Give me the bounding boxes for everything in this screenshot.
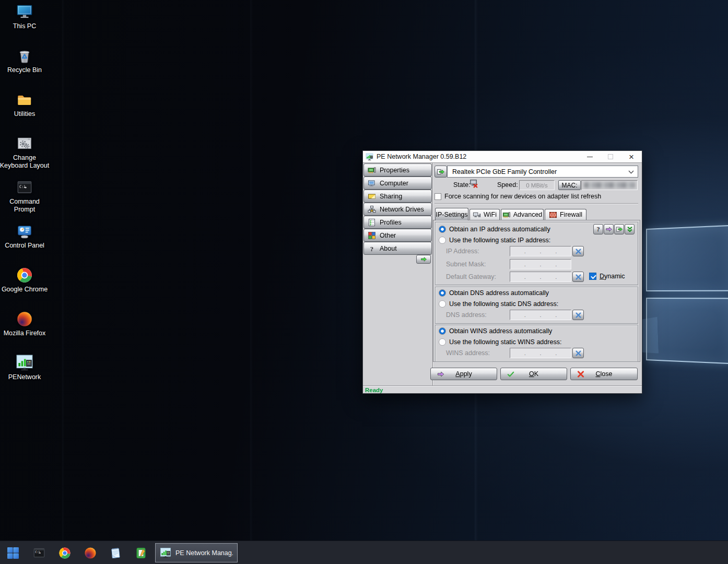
- tab-wifi[interactable]: WiFi: [469, 209, 500, 220]
- this-pc-icon: [16, 3, 33, 21]
- taskbar-chrome[interactable]: [57, 546, 72, 560]
- speed-label: Speed:: [497, 181, 518, 189]
- desktop-icon-control-panel[interactable]: Control Panel: [0, 222, 51, 250]
- wins-group: Obtain WINS address automatically Use th…: [435, 325, 638, 362]
- adapter-select[interactable]: Realtek PCIe GbE Family Controller: [447, 166, 638, 178]
- minimize-icon: [587, 157, 593, 157]
- dns-address-input[interactable]: ...: [510, 310, 571, 320]
- close-icon: ×: [629, 152, 634, 161]
- clear-ip-button[interactable]: [572, 246, 584, 256]
- sidebar-item-properties[interactable]: Properties: [363, 163, 432, 177]
- taskbar-firefox[interactable]: [83, 546, 98, 560]
- ip-address-input[interactable]: ...: [510, 246, 571, 256]
- maximize-button[interactable]: [600, 151, 621, 162]
- close-dialog-button[interactable]: Close: [570, 368, 638, 380]
- ip-static-radio[interactable]: [439, 237, 446, 244]
- sidebar-item-network-drives[interactable]: Network Drives: [363, 203, 432, 216]
- force-scan-row: Force scanning for new devices on adapte…: [435, 193, 601, 200]
- start-button[interactable]: [6, 546, 20, 560]
- tab-firewall[interactable]: Firewall: [545, 209, 586, 220]
- profiles-icon: [368, 218, 376, 227]
- tab-ip-settings[interactable]: IP-Settings: [435, 208, 468, 220]
- status-text: Ready: [365, 387, 383, 393]
- default-gateway-input[interactable]: ...: [510, 272, 571, 282]
- sidebar-item-label: Computer: [380, 180, 408, 187]
- force-scan-label: Force scanning for new devices on adapte…: [444, 193, 601, 200]
- force-scan-checkbox[interactable]: [435, 193, 441, 200]
- reload-ip-button[interactable]: [614, 224, 624, 234]
- expand-button[interactable]: [625, 224, 635, 234]
- subnet-mask-input[interactable]: ...: [510, 259, 571, 269]
- red-x-icon: [577, 370, 585, 378]
- penetwork-icon: [160, 547, 171, 559]
- sidebar-collapse-button[interactable]: [416, 255, 431, 264]
- desktop-icon-recycle-bin[interactable]: Recycle Bin: [0, 47, 51, 74]
- help-button[interactable]: ?: [593, 224, 603, 234]
- sidebar-item-label: Sharing: [380, 193, 402, 200]
- clear-gateway-button[interactable]: [572, 272, 584, 282]
- desktop-icon-change-keyboard-layout[interactable]: Change Keyboard Layout: [0, 135, 51, 170]
- taskbar-command-prompt[interactable]: [32, 546, 46, 560]
- desktop-icon-google-chrome[interactable]: Google Chrome: [0, 266, 51, 293]
- refresh-adapters-button[interactable]: [435, 166, 447, 178]
- ok-button[interactable]: OK: [500, 368, 567, 380]
- desktop-icon-label: Control Panel: [0, 242, 51, 250]
- sidebar-item-other[interactable]: Other: [363, 229, 432, 242]
- window-title: PE Network Manager 0.59.B12: [377, 153, 466, 160]
- sharing-icon: [368, 192, 376, 201]
- minimize-button[interactable]: [579, 151, 600, 162]
- firefox-icon: [84, 546, 97, 560]
- task-label: PE Network Manag...: [175, 549, 233, 557]
- wins-address-input[interactable]: ...: [510, 348, 571, 358]
- taskbar-active-task-pe-network-manager[interactable]: PE Network Manag...: [155, 543, 238, 562]
- wins-static-row: Use the following static WINS address:: [439, 338, 561, 346]
- sidebar-item-about[interactable]: About: [363, 242, 432, 255]
- desktop-icon-penetwork[interactable]: PENetwork: [0, 354, 51, 381]
- dns-static-radio[interactable]: [439, 300, 446, 308]
- chevron-down-icon: [628, 170, 634, 174]
- question-mark-icon: ?: [596, 226, 600, 233]
- desktop-icon-mozilla-firefox[interactable]: Mozilla Firefox: [0, 310, 51, 337]
- sidebar-item-profiles[interactable]: Profiles: [363, 216, 432, 229]
- sidebar-item-sharing[interactable]: Sharing: [363, 190, 432, 203]
- dns-static-row: Use the following static DNS address:: [439, 300, 558, 308]
- mac-value-redacted: [581, 180, 638, 190]
- desktop-icon-utilities[interactable]: Utilities: [0, 91, 51, 118]
- sidebar-item-label: Properties: [380, 167, 409, 174]
- title-bar[interactable]: PE Network Manager 0.59.B12 ×: [363, 151, 642, 163]
- ip-address-label: IP Address:: [446, 248, 479, 255]
- mac-blur: [584, 182, 635, 188]
- tab-advanced[interactable]: Advanced: [501, 209, 544, 220]
- network-drives-icon: [368, 205, 376, 214]
- text-editor-icon: [134, 546, 148, 560]
- dynamic-label: Dynamic: [600, 273, 625, 280]
- sidebar-item-label: Other: [380, 232, 396, 239]
- taskbar-notepad[interactable]: [108, 546, 123, 560]
- wifi-icon: [473, 211, 481, 219]
- ip-static-row: Use the following static IP address:: [439, 237, 550, 244]
- dns-auto-row: Obtain DNS address automatically: [439, 289, 549, 297]
- ip-toolbar: ?: [593, 224, 635, 234]
- speed-value: 0 MBit/s: [519, 180, 555, 190]
- sidebar-item-computer[interactable]: Computer: [363, 177, 432, 190]
- desktop-icon-this-pc[interactable]: This PC: [0, 3, 51, 30]
- tab-label: IP-Settings: [436, 211, 467, 218]
- wallpaper-windows-logo: [646, 220, 728, 369]
- state-disconnected-icon: [469, 179, 478, 188]
- clear-wins-button[interactable]: [572, 348, 584, 358]
- apply-button[interactable]: Apply: [430, 368, 497, 380]
- wins-static-radio[interactable]: [439, 338, 446, 346]
- penetwork-icon: [16, 354, 33, 372]
- dynamic-checkbox[interactable]: [589, 273, 596, 280]
- ip-auto-radio[interactable]: [439, 226, 446, 233]
- close-button[interactable]: ×: [621, 151, 642, 162]
- pe-network-manager-window: PE Network Manager 0.59.B12 × Properties…: [362, 150, 642, 394]
- dns-auto-radio[interactable]: [439, 289, 446, 297]
- clear-dns-button[interactable]: [572, 310, 584, 320]
- taskbar: PE Network Manag...: [0, 540, 728, 564]
- apply-ip-button[interactable]: [604, 224, 614, 234]
- desktop-icon-command-prompt[interactable]: Command Prompt: [0, 179, 51, 214]
- advanced-icon: [502, 211, 511, 219]
- wins-auto-radio[interactable]: [439, 327, 446, 335]
- taskbar-text-editor[interactable]: [134, 546, 148, 560]
